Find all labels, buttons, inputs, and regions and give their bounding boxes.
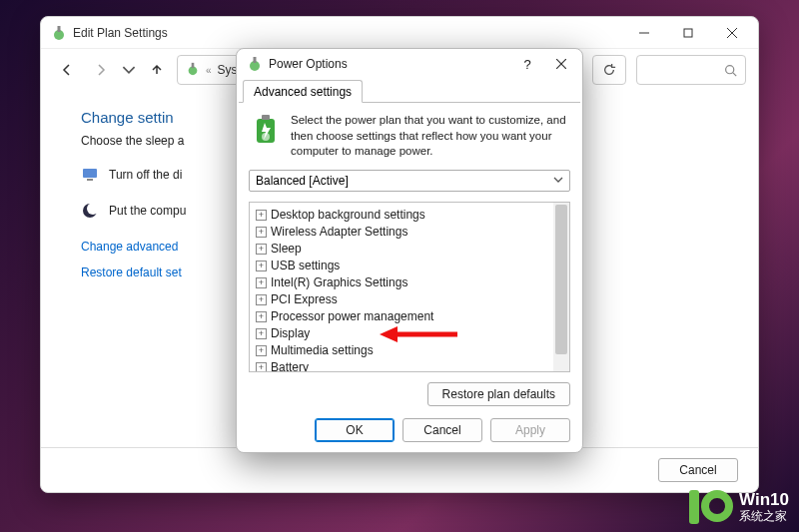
power-icon	[247, 56, 263, 72]
parent-titlebar: Edit Plan Settings	[41, 17, 758, 49]
back-button[interactable]	[53, 56, 81, 84]
maximize-button[interactable]	[666, 18, 710, 48]
svg-rect-10	[83, 169, 97, 178]
tree-item-multimedia[interactable]: +Multimedia settings	[252, 342, 551, 359]
power-icon	[186, 62, 200, 79]
tree-item-label: Display	[271, 326, 310, 340]
tree-item-intel-graphics[interactable]: +Intel(R) Graphics Settings	[252, 274, 551, 291]
watermark-line1: Win10	[739, 491, 789, 510]
chevron-down-icon	[553, 174, 563, 188]
tree-item-label: USB settings	[271, 259, 340, 272]
tree-item-battery[interactable]: +Battery	[252, 359, 551, 371]
tree-item-wireless[interactable]: +Wireless Adapter Settings	[252, 224, 551, 241]
expand-icon[interactable]: +	[256, 227, 267, 238]
close-button[interactable]	[710, 18, 754, 48]
plan-select-value: Balanced [Active]	[256, 174, 349, 188]
label: Put the compu	[109, 204, 186, 218]
cancel-button[interactable]: Cancel	[402, 418, 482, 442]
description-text: Select the power plan that you want to c…	[291, 113, 570, 160]
tree-item-desktop-background[interactable]: +Desktop background settings	[252, 207, 551, 224]
watermark-text: Win10 系统之家	[739, 491, 789, 523]
tree-item-display[interactable]: +Display	[252, 325, 551, 342]
tree-item-label: Wireless Adapter Settings	[271, 225, 407, 239]
tree-item-processor[interactable]: +Processor power management	[252, 308, 551, 325]
tree-item-sleep[interactable]: +Sleep	[252, 241, 551, 258]
expand-icon[interactable]: +	[256, 328, 267, 339]
tree-item-label: Multimedia settings	[271, 343, 374, 357]
svg-point-8	[726, 65, 734, 73]
tree-item-label: Desktop background settings	[271, 208, 425, 222]
expand-icon[interactable]: +	[256, 311, 267, 322]
window-controls	[622, 18, 754, 48]
svg-rect-19	[262, 115, 270, 120]
expand-icon[interactable]: +	[256, 210, 267, 221]
power-options-dialog: Power Options ? Advanced settings Select…	[236, 48, 583, 453]
expand-icon[interactable]: +	[256, 294, 267, 305]
tree-item-label: Processor power management	[271, 309, 433, 323]
svg-rect-1	[58, 26, 61, 32]
description-row: Select the power plan that you want to c…	[249, 113, 570, 160]
apply-button[interactable]: Apply	[490, 418, 570, 442]
power-icon	[51, 25, 67, 41]
tree: +Desktop background settings +Wireless A…	[250, 203, 553, 371]
svg-rect-11	[87, 179, 93, 181]
scrollbar-thumb[interactable]	[555, 205, 567, 354]
svg-point-13	[87, 203, 99, 215]
forward-button[interactable]	[87, 56, 115, 84]
scrollbar[interactable]	[553, 203, 569, 371]
tree-item-label: PCI Express	[271, 292, 338, 306]
ok-button[interactable]: OK	[315, 418, 395, 442]
search-box[interactable]	[636, 55, 746, 85]
tree-item-usb[interactable]: +USB settings	[252, 258, 551, 274]
watermark: Win10 系统之家	[689, 490, 789, 524]
expand-icon[interactable]: +	[256, 277, 267, 288]
watermark-line2: 系统之家	[739, 510, 789, 523]
battery-power-icon	[249, 113, 283, 147]
moon-icon	[81, 202, 99, 220]
tree-item-label: Battery	[271, 360, 309, 371]
tab-advanced-settings[interactable]: Advanced settings	[243, 80, 363, 103]
expand-icon[interactable]: +	[256, 244, 267, 255]
parent-footer: Cancel	[41, 447, 758, 492]
restore-defaults-button[interactable]: Restore plan defaults	[427, 382, 570, 406]
minimize-button[interactable]	[622, 18, 666, 48]
dialog-body: Select the power plan that you want to c…	[237, 103, 582, 412]
tree-item-label: Intel(R) Graphics Settings	[271, 275, 407, 289]
svg-rect-3	[684, 29, 692, 37]
watermark-logo	[689, 490, 733, 524]
settings-tree: +Desktop background settings +Wireless A…	[249, 202, 570, 372]
dialog-titlebar: Power Options ?	[237, 49, 582, 79]
expand-icon[interactable]: +	[256, 261, 267, 271]
recent-button[interactable]	[121, 56, 137, 84]
label: Turn off the di	[109, 168, 182, 182]
expand-icon[interactable]: +	[256, 362, 267, 371]
tree-item-pci-express[interactable]: +PCI Express	[252, 291, 551, 308]
chevron-left-icon: «	[206, 65, 212, 76]
up-button[interactable]	[143, 56, 171, 84]
expand-icon[interactable]: +	[256, 345, 267, 356]
cancel-button[interactable]: Cancel	[658, 458, 738, 482]
svg-rect-7	[192, 62, 195, 67]
dialog-footer: OK Cancel Apply	[237, 412, 582, 452]
search-icon	[724, 64, 737, 77]
monitor-icon	[81, 166, 99, 184]
refresh-button[interactable]	[592, 55, 626, 85]
parent-title: Edit Plan Settings	[73, 26, 622, 40]
close-button[interactable]	[544, 50, 578, 78]
svg-rect-15	[254, 57, 257, 63]
dialog-title: Power Options	[269, 57, 510, 71]
restore-row: Restore plan defaults	[249, 382, 570, 406]
plan-select[interactable]: Balanced [Active]	[249, 170, 570, 192]
help-button[interactable]: ?	[510, 50, 544, 78]
tree-item-label: Sleep	[271, 242, 302, 256]
svg-line-9	[733, 72, 736, 75]
tab-strip: Advanced settings	[237, 79, 582, 103]
